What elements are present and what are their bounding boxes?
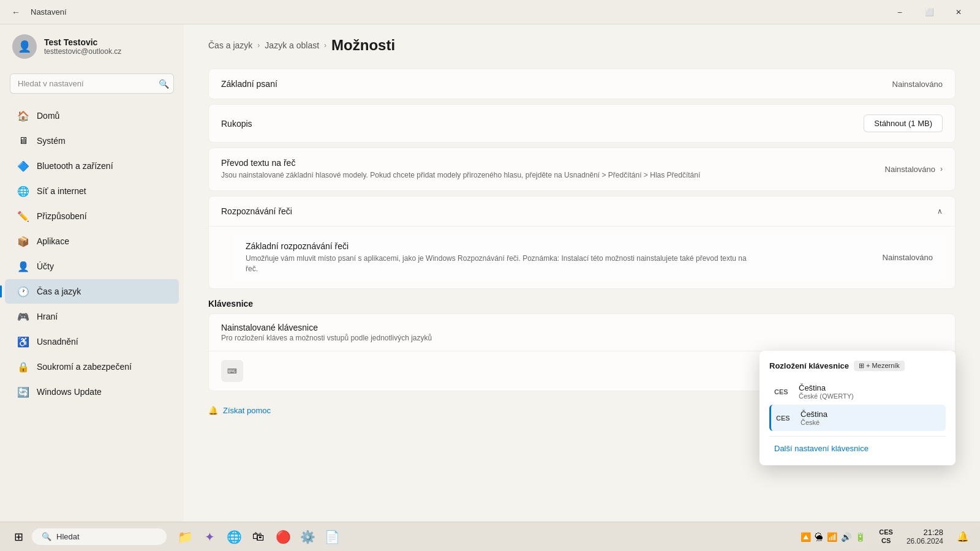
start-button[interactable]: ⊞	[7, 526, 29, 548]
taskbar-icon-opera[interactable]: 🔴	[272, 526, 294, 548]
zakladni-rozpoznavani-info: Základní rozpoznávání řeči Umožňuje vám …	[246, 241, 748, 274]
prevod-right: Nainstalováno ›	[885, 165, 943, 174]
taskbar-clock[interactable]: 21:28 26.06.2024	[902, 525, 948, 548]
search-icon[interactable]: 🔍	[159, 79, 169, 89]
zakladni-rozpoznavani-status: Nainstalováno	[883, 253, 933, 262]
sidebar-item-ucty[interactable]: 👤 Účty	[5, 254, 179, 279]
gaming-icon: 🎮	[17, 310, 29, 323]
sidebar-item-domov[interactable]: 🏠 Domů	[5, 103, 179, 128]
sidebar-item-update[interactable]: 🔄 Windows Update	[5, 380, 179, 404]
accounts-icon: 👤	[17, 260, 29, 272]
taskbar-search-icon: 🔍	[42, 532, 51, 541]
privacy-icon: 🔒	[17, 361, 29, 373]
update-icon: 🔄	[17, 386, 29, 398]
sidebar-item-label: Hraní	[37, 312, 58, 321]
sidebar-item-usnadneni[interactable]: ♿ Usnadnění	[5, 329, 179, 354]
sidebar-item-label: Usnadnění	[37, 337, 78, 347]
sidebar-nav: 🏠 Domů 🖥 Systém 🔷 Bluetooth a zařízení 🌐…	[0, 103, 184, 404]
kbd-layout-icon: ⌨	[221, 360, 243, 382]
zakladni-rozpoznavani-row: Základní rozpoznávání řeči Umožňuje vám …	[233, 234, 945, 282]
popup-variant-1: České (QWERTY)	[799, 392, 854, 400]
sidebar-item-hrani[interactable]: 🎮 Hraní	[5, 304, 179, 329]
prevod-chevron-icon: ›	[940, 165, 943, 173]
taskbar-icon-settings[interactable]: ⚙️	[296, 526, 318, 548]
sidebar-item-sit[interactable]: 🌐 Síť a internet	[5, 179, 179, 203]
popup-code-2: CES	[776, 414, 794, 422]
popup-lang-2: Čeština	[801, 410, 827, 419]
lang-line1: CES	[879, 528, 893, 536]
rozpoznavani-header[interactable]: Rozpoznávání řeči ∧	[209, 197, 955, 226]
minimize-button[interactable]: –	[886, 2, 914, 22]
system-icon: 🖥	[17, 135, 29, 147]
sidebar-item-bluetooth[interactable]: 🔷 Bluetooth a zařízení	[5, 154, 179, 178]
rozpoznavani-card: Rozpoznávání řeči ∧ Základní rozpoznáván…	[208, 196, 956, 290]
close-button[interactable]: ✕	[944, 2, 973, 22]
prevod-status: Nainstalováno	[885, 165, 935, 174]
personalization-icon: ✏️	[17, 210, 29, 222]
taskbar-icon-edge[interactable]: 🌐	[223, 526, 245, 548]
window-title: Nastavení	[31, 7, 67, 17]
content-area: 👤 Test Testovic testtestovic@outlook.cz …	[0, 24, 980, 527]
taskbar-search[interactable]: 🔍 Hledat	[32, 528, 167, 545]
maximize-button[interactable]: ⬜	[915, 2, 943, 22]
search-box: 🔍	[10, 73, 174, 94]
volume-icon: 🔊	[841, 532, 851, 542]
time-icon: 🕐	[17, 285, 29, 298]
popup-variant-2: České	[801, 419, 827, 426]
chevron-up-icon: 🔼	[801, 532, 811, 542]
taskbar: ⊞ 🔍 Hledat 📁 ✦ 🌐 🛍 🔴 ⚙️ 📄 🔼 🌦 📶 🔊 🔋 CES …	[0, 522, 980, 551]
taskbar-language[interactable]: CES CS	[875, 526, 897, 547]
wifi-icon: 📶	[827, 532, 837, 542]
taskbar-icon-copilot[interactable]: ✦	[198, 526, 221, 548]
breadcrumb-level1[interactable]: Čas a jazyk	[208, 40, 252, 50]
notification-button[interactable]: 🔔	[953, 527, 973, 547]
sidebar-item-aplikace[interactable]: 📦 Aplikace	[5, 229, 179, 253]
weather-icon: 🌦	[815, 532, 823, 542]
user-section: 👤 Test Testovic testtestovic@outlook.cz	[0, 24, 184, 69]
sidebar-item-label: Přizpůsobení	[37, 211, 87, 221]
back-button[interactable]: ←	[7, 4, 24, 21]
klavesnice-info: Nainstalované klávesnice Pro rozložení k…	[221, 323, 432, 342]
system-tray[interactable]: 🔼 🌦 📶 🔊 🔋	[796, 528, 870, 545]
breadcrumb-level2[interactable]: Jazyk a oblast	[265, 40, 319, 50]
nainstalovat-desc: Pro rozložení kláves a možnosti vstupů p…	[221, 334, 432, 342]
popup-item-2[interactable]: CES Čeština České	[769, 405, 946, 431]
sidebar-item-system[interactable]: 🖥 Systém	[5, 129, 179, 153]
accessibility-icon: ♿	[17, 335, 29, 348]
popup-item-1[interactable]: CES Čeština České (QWERTY)	[769, 378, 946, 405]
prevod-card: Převod textu na řeč Jsou nainstalované z…	[208, 148, 956, 191]
popup-item-info-2: Čeština České	[801, 410, 827, 426]
breadcrumb-sep2: ›	[324, 41, 326, 50]
sidebar-item-label: Domů	[37, 111, 59, 121]
prevod-title: Převod textu na řeč	[221, 158, 700, 168]
user-email: testtestovic@outlook.cz	[44, 47, 121, 56]
sidebar-item-prizpusobeni[interactable]: ✏️ Přizpůsobení	[5, 204, 179, 228]
search-input[interactable]	[10, 73, 174, 94]
zakladni-psani-card: Základní psaní Nainstalováno	[208, 69, 956, 99]
taskbar-icon-file-explorer[interactable]: 📁	[174, 526, 196, 548]
zakladni-rozpoznavani-title: Základní rozpoznávání řeči	[246, 241, 748, 251]
popup-link[interactable]: Další nastavení klávesnice	[769, 441, 946, 455]
sidebar-item-cas[interactable]: 🕐 Čas a jazyk	[5, 279, 179, 304]
zakladni-psani-label: Základní psaní	[221, 79, 277, 89]
window-controls: – ⬜ ✕	[886, 2, 973, 22]
popup-title: Rozložení klávesnice	[769, 361, 849, 370]
taskbar-icon-docs[interactable]: 📄	[321, 526, 343, 548]
rozpoznavani-sub: Základní rozpoznávání řeči Umožňuje vám …	[209, 226, 955, 289]
rozpoznavani-label: Rozpoznávání řeči	[221, 206, 292, 216]
help-icon: 🔔	[208, 406, 218, 415]
download-button[interactable]: Stáhnout (1 MB)	[864, 114, 943, 132]
popup-code-1: CES	[774, 388, 793, 395]
sidebar-item-soukromi[interactable]: 🔒 Soukromí a zabezpečení	[5, 354, 179, 379]
sidebar-item-label: Aplikace	[37, 236, 69, 246]
home-icon: 🏠	[17, 110, 29, 122]
sidebar-item-label: Účty	[37, 261, 54, 271]
prevod-row[interactable]: Převod textu na řeč Jsou nainstalované z…	[209, 148, 955, 190]
klavesnice-section-title: Klávesnice	[208, 299, 956, 309]
breadcrumb-current: Možnosti	[331, 37, 395, 54]
popup-lang-1: Čeština	[799, 383, 854, 392]
sidebar-item-label: Systém	[37, 136, 66, 146]
taskbar-icon-store[interactable]: 🛍	[247, 526, 270, 548]
help-label: Získat pomoc	[223, 406, 271, 415]
nainstalovat-title: Nainstalované klávesnice	[221, 323, 432, 332]
